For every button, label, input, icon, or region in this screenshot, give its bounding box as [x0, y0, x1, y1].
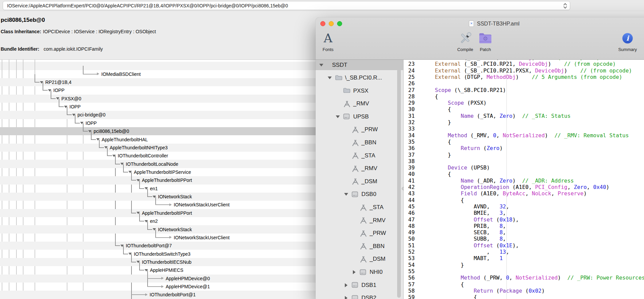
- tree-row[interactable]: AppleHPMDevice@1: [0, 283, 316, 291]
- tree-row[interactable]: AppleThunderboltIPPort: [0, 176, 316, 184]
- code-line[interactable]: MABT, 1: [422, 255, 503, 261]
- code-line[interactable]: {: [422, 139, 451, 145]
- select-stepper-icon[interactable]: [563, 2, 568, 10]
- ioservice-path-select[interactable]: IOService:/AppleACPIPlatformExpert/PCI0@…: [3, 1, 570, 10]
- code-line[interactable]: Name (_ADR, Zero) // _ADR: Address: [422, 178, 574, 184]
- tree-row[interactable]: AppleThunderboltNHIType3: [0, 144, 316, 152]
- code-line[interactable]: Device (UPSB): [422, 164, 490, 171]
- tree-row[interactable]: AppleHPMIECS: [0, 266, 316, 274]
- sidebar-item-sta[interactable]: _STA: [316, 150, 404, 161]
- code-line[interactable]: {: [422, 281, 464, 288]
- tree-row[interactable]: IONetworkStackUserClient: [0, 234, 316, 242]
- tree-row[interactable]: AppleThunderboltIPPort: [0, 209, 316, 217]
- sidebar-item-rmv[interactable]: _RMV: [316, 98, 404, 109]
- code-line[interactable]: }: [422, 119, 451, 126]
- sidebar-item-dsb0[interactable]: DSB0: [316, 189, 404, 200]
- tree-row[interactable]: IONetworkStack: [0, 193, 316, 201]
- code-line[interactable]: }: [422, 262, 464, 268]
- disclosure-triangle-icon[interactable]: [345, 296, 347, 299]
- zoom-button[interactable]: [337, 21, 342, 26]
- sidebar-item-nhi0[interactable]: NHI0: [316, 266, 404, 278]
- summary-button[interactable]: iSummary: [612, 30, 643, 58]
- code-line[interactable]: SUBB, 8,: [422, 236, 506, 242]
- code-line[interactable]: Offset (0x1E),: [422, 242, 519, 249]
- sidebar-item-rmv[interactable]: _RMV: [316, 215, 404, 226]
- device-icon: [352, 282, 360, 289]
- code-line[interactable]: External (_SB_.PCI0.RP21.PXSX, DeviceObj…: [422, 67, 632, 74]
- tree-row[interactable]: en1: [0, 185, 316, 193]
- code-line[interactable]: PRIB, 8,: [422, 223, 506, 229]
- code-editor[interactable]: 22 External (_SB_.PCI0, DeviceObj) // (f…: [404, 60, 644, 299]
- sidebar-item-pxsx[interactable]: PXSX: [316, 85, 404, 97]
- disclosure-triangle-icon[interactable]: [336, 115, 340, 118]
- code-line[interactable]: }: [422, 152, 451, 158]
- sidebar-item-sta[interactable]: _STA: [316, 202, 404, 213]
- code-line[interactable]: {: [422, 106, 451, 112]
- sidebar-item-dsm[interactable]: _DSM: [316, 253, 404, 265]
- code-line[interactable]: {: [422, 171, 451, 177]
- sidebar-item-sbpci0r[interactable]: \_SB.PCI0.R...: [316, 72, 404, 84]
- tree-row[interactable]: PXSX@0: [0, 95, 316, 103]
- tree-row[interactable]: AppleHPMDevice@0: [0, 275, 316, 283]
- tree-row[interactable]: IOMediaBSDClient: [0, 70, 316, 78]
- code-line[interactable]: Scope (\_SB.PCI0.RP21): [422, 87, 506, 93]
- code-line[interactable]: SECB, 8,: [422, 229, 506, 236]
- code-line[interactable]: BMIE, 3,: [422, 210, 506, 216]
- sidebar-item-dsm[interactable]: _DSM: [316, 176, 404, 187]
- sidebar-item-rmv[interactable]: _RMV: [316, 163, 404, 174]
- sidebar-item-dsb2[interactable]: DSB2: [316, 292, 404, 299]
- code-line[interactable]: AVND, 32,: [422, 203, 509, 210]
- tree-row[interactable]: AppleThunderboltIPService: [0, 168, 316, 176]
- tree-row[interactable]: IOThunderboltIECSNub: [0, 258, 316, 266]
- disclosure-triangle-icon[interactable]: [353, 270, 356, 274]
- code-line[interactable]: Scope (PXSX): [422, 100, 487, 106]
- tree-row[interactable]: IOThunderboltController: [0, 152, 316, 160]
- tree-row-label: PXSX@0: [61, 95, 81, 103]
- code-line[interactable]: External (DTGP, MethodObj) // 5 Argument…: [422, 74, 622, 80]
- tree-row[interactable]: IOThunderboltSwitchType3: [0, 250, 316, 258]
- tree-row[interactable]: IOPP: [0, 86, 316, 94]
- tree-row[interactable]: IOThunderboltPort@1: [0, 291, 316, 299]
- code-line[interactable]: OperationRegion (A1E0, PCI_Config, Zero,…: [422, 184, 609, 190]
- document-icon[interactable]: ✕: [469, 20, 474, 27]
- code-line[interactable]: Offset (0x18),: [422, 216, 519, 223]
- tree-row[interactable]: en2: [0, 217, 316, 225]
- fonts-button[interactable]: AFonts: [313, 30, 343, 58]
- tree-row[interactable]: AppleThunderboltHAL: [0, 135, 316, 143]
- sidebar-item-ssdt[interactable]: SSDT: [316, 60, 404, 70]
- sidebar-item-dsb1[interactable]: DSB1: [316, 280, 404, 291]
- sidebar-item-bbn[interactable]: _BBN: [316, 137, 404, 148]
- tree-row[interactable]: IOPP: [0, 119, 316, 127]
- tree-row[interactable]: pci8086,15eb@0: [0, 127, 316, 135]
- tree-row[interactable]: pci-bridge@0: [0, 111, 316, 119]
- code-line[interactable]: , 13,: [422, 249, 509, 255]
- disclosure-triangle-icon[interactable]: [328, 77, 332, 79]
- code-line[interactable]: Field (A1E0, ByteAcc, NoLock, Preserve): [422, 190, 587, 197]
- code-line[interactable]: External (_SB_.PCI0.RP21, DeviceObj) // …: [422, 61, 616, 67]
- disclosure-triangle-icon[interactable]: [345, 283, 347, 287]
- close-button[interactable]: [320, 21, 325, 26]
- code-line[interactable]: Method (_RMV, 0, NotSerialized) // _RMV:…: [422, 132, 629, 139]
- tree-row[interactable]: IOPP: [0, 103, 316, 111]
- disclosure-triangle-icon[interactable]: [344, 193, 348, 196]
- code-line[interactable]: {: [422, 197, 464, 203]
- code-line[interactable]: {: [422, 93, 438, 100]
- code-line[interactable]: Name (_STA, Zero) // _STA: Status: [422, 113, 571, 119]
- tree-row[interactable]: IONetworkStackUserClient: [0, 201, 316, 209]
- tree-row[interactable]: RP21@1B,4: [0, 78, 316, 86]
- code-line[interactable]: Return (Zero): [422, 145, 503, 151]
- code-line[interactable]: Return (Package (0x02): [422, 288, 545, 294]
- code-line[interactable]: Method (_PRW, 0, NotSerialized) // _PRW:…: [422, 275, 644, 281]
- sidebar-item-prw[interactable]: _PRW: [316, 228, 404, 239]
- patch-button[interactable]: ⚙Patch: [470, 30, 500, 58]
- sidebar-item-prw[interactable]: _PRW: [316, 124, 404, 135]
- code-line[interactable]: {: [422, 294, 477, 299]
- sidebar-scrollbar[interactable]: [397, 61, 401, 298]
- tree-row[interactable]: IOThunderboltPort@7: [0, 242, 316, 250]
- sidebar-item-bbn[interactable]: _BBN: [316, 241, 404, 252]
- disclosure-triangle-icon[interactable]: [319, 64, 323, 66]
- tree-row[interactable]: IONetworkStack: [0, 225, 316, 233]
- tree-row[interactable]: IOThunderboltLocalNode: [0, 160, 316, 168]
- minimize-button[interactable]: [329, 21, 334, 26]
- sidebar-item-upsb[interactable]: UPSB: [316, 111, 404, 122]
